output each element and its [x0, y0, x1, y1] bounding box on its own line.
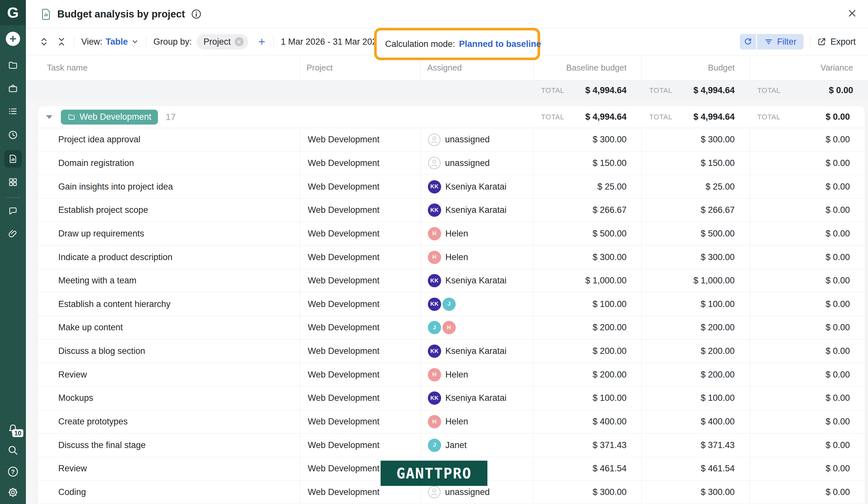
sidebar-item-portfolio[interactable] [8, 83, 19, 94]
table-row[interactable]: Establish a content hierarchy Web Develo… [38, 292, 865, 316]
remove-group-by-icon[interactable] [235, 37, 244, 46]
sidebar-item-comments[interactable] [8, 206, 19, 216]
assigned-cell[interactable]: KKKseniya Karatai [421, 387, 533, 410]
collapse-all-icon[interactable] [56, 36, 67, 47]
settings-button[interactable] [7, 486, 19, 498]
filter-button[interactable]: Filter [757, 34, 804, 50]
assignee-name: Helen [445, 229, 468, 239]
add-group-by-icon[interactable] [257, 37, 266, 46]
column-header-baseline-budget[interactable]: Baseline budget [533, 55, 641, 80]
baseline-budget-cell: $ 150.00 [533, 152, 641, 175]
group-total-baseline: TOTAL $ 4,994.64 [533, 112, 641, 122]
budget-cell: $ 371.43 [641, 433, 750, 457]
variance-cell: $ 0.00 [750, 363, 865, 386]
assigned-cell[interactable]: HHelen [421, 245, 533, 269]
baseline-budget-cell: $ 200.00 [533, 340, 641, 363]
project-name: Web Development [308, 417, 380, 427]
project-group-chip[interactable]: Web Development [61, 110, 158, 125]
toolbar-divider [810, 36, 810, 47]
sidebar-item-workspaces[interactable] [8, 177, 18, 187]
ganttpro-budget-report: G [0, 0, 868, 504]
project-name: Web Development [308, 135, 380, 145]
table-row[interactable]: Meeting with a team Web Development KKKs… [38, 269, 865, 293]
unassigned-person-icon [428, 157, 441, 169]
export-button[interactable]: Export [817, 37, 856, 47]
sidebar-item-task-list[interactable] [8, 106, 19, 116]
table-row[interactable]: Indicate a product description Web Devel… [38, 245, 865, 269]
budget-cell: $ 25.00 [641, 175, 750, 198]
table-row[interactable]: Discuss the final stage Web Development … [38, 433, 865, 457]
assignee-avatar: KK [428, 274, 441, 287]
search-button[interactable] [7, 444, 19, 456]
group-header-row[interactable]: Web Development 17 TOTAL $ 4,994.64 TOTA… [38, 106, 865, 128]
close-icon[interactable] [847, 8, 857, 18]
sidebar-item-attachments[interactable] [8, 229, 19, 239]
question-icon: ? [7, 466, 19, 477]
assigned-cell[interactable]: KKKseniya Karatai [421, 199, 533, 222]
briefcase-icon [8, 83, 19, 94]
assigned-cell[interactable]: HHelen [421, 222, 533, 245]
column-header-variance[interactable]: Variance [750, 55, 868, 80]
total-label: TOTAL [649, 113, 672, 121]
sidebar-item-projects[interactable] [8, 60, 19, 71]
assigned-cell[interactable]: KKKseniya Karatai [421, 269, 533, 292]
table-row[interactable]: Establish project scope Web Development … [38, 199, 865, 222]
assigned-cell[interactable]: JJanet [421, 433, 533, 457]
chevron-down-icon[interactable] [131, 38, 139, 45]
assigned-cell[interactable]: KKKseniya Karatai [421, 175, 533, 198]
group-total-variance: TOTAL $ 0.00 [750, 112, 865, 122]
help-button[interactable]: ? [7, 466, 19, 477]
assigned-cell[interactable]: unassigned [421, 128, 533, 151]
sidebar-item-reports-active[interactable] [4, 150, 22, 168]
total-value: $ 4,994.64 [585, 85, 627, 95]
project-name: Web Development [308, 158, 380, 168]
gear-icon [7, 486, 19, 498]
table-row[interactable]: Review Web Development HHelen $ 200.00 $… [38, 363, 865, 387]
project-group-card: Web Development 17 TOTAL $ 4,994.64 TOTA… [38, 106, 865, 504]
table-row[interactable]: Gain insights into project idea Web Deve… [38, 175, 865, 199]
project-name: Web Development [308, 323, 380, 333]
calc-mode-value[interactable]: Planned to baseline [459, 39, 541, 49]
variance-cell: $ 0.00 [750, 199, 865, 222]
assigned-cell[interactable]: JH [421, 316, 533, 339]
group-by-chip[interactable]: Project [196, 34, 248, 50]
project-name: Web Development [308, 487, 380, 497]
table-row[interactable]: Create prototypes Web Development HHelen… [38, 410, 865, 434]
info-icon[interactable] [191, 9, 202, 19]
collapse-group-icon[interactable] [46, 115, 52, 119]
baseline-budget-cell: $ 100.00 [533, 292, 641, 316]
create-new-button[interactable] [6, 32, 20, 46]
column-header-task-name[interactable]: Task name [26, 55, 300, 80]
assigned-cell[interactable]: HHelen [421, 363, 533, 386]
budget-cell: $ 400.00 [641, 410, 750, 433]
toolbar-divider [273, 36, 274, 47]
app-logo[interactable]: G [0, 0, 26, 25]
table-row[interactable]: Project idea approval Web Development un… [38, 128, 865, 152]
baseline-budget-cell: $ 461.54 [533, 457, 641, 480]
task-name: Coding [58, 487, 86, 497]
baseline-budget-cell: $ 500.00 [533, 222, 641, 245]
table-row[interactable]: Draw up requirements Web Development HHe… [38, 222, 865, 246]
column-header-budget[interactable]: Budget [641, 55, 750, 80]
assigned-cell[interactable]: unassigned [421, 152, 533, 175]
table-row[interactable]: Mockups Web Development KKKseniya Karata… [38, 387, 865, 410]
baseline-budget-cell: $ 200.00 [533, 316, 641, 339]
total-value: $ 0.00 [829, 85, 853, 95]
date-range[interactable]: 1 Mar 2026 - 31 Mar 2026 [281, 37, 382, 47]
expand-all-icon[interactable] [39, 36, 49, 47]
report-document-icon [41, 8, 51, 20]
view-select[interactable]: Table [106, 37, 128, 47]
table-row[interactable]: Discuss a blog section Web Development K… [38, 340, 865, 363]
sidebar-item-history[interactable] [8, 130, 19, 140]
table-row[interactable]: Domain registration Web Development unas… [38, 152, 865, 175]
assigned-cell[interactable]: HHelen [421, 410, 533, 433]
refresh-button[interactable] [740, 34, 756, 50]
table-row[interactable]: Make up content Web Development JH $ 200… [38, 316, 865, 340]
baseline-budget-cell: $ 300.00 [533, 128, 641, 151]
task-name: Create prototypes [58, 417, 128, 427]
task-name: Project idea approval [58, 135, 141, 145]
assigned-cell[interactable]: KKJ [421, 292, 533, 316]
assigned-cell[interactable]: KKKseniya Karatai [421, 340, 533, 363]
calculation-mode-dropdown[interactable]: Calculation mode: Planned to baseline [374, 28, 540, 60]
budget-cell: $ 300.00 [641, 481, 750, 504]
